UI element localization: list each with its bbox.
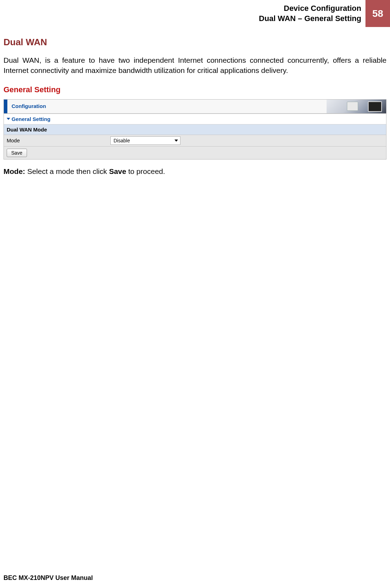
- panel-header-accent: [4, 100, 7, 113]
- mode-row: Mode Disable: [4, 135, 386, 147]
- footer-text: BEC MX-210NPV User Manual: [4, 574, 93, 582]
- page-header: Device Configuration Dual WAN – General …: [0, 0, 390, 27]
- panel-header-graphic: [327, 100, 386, 113]
- mode-desc-text2: to proceed.: [126, 167, 165, 175]
- header-title-block: Device Configuration Dual WAN – General …: [259, 0, 365, 27]
- subsection-title: General Setting: [4, 85, 386, 94]
- panel-body: General Setting Dual WAN Mode Mode Disab…: [4, 114, 386, 159]
- page-number-badge: 58: [365, 0, 390, 27]
- mode-label: Mode: [7, 137, 110, 143]
- mode-select-value: Disable: [114, 138, 130, 143]
- intro-paragraph: Dual WAN, is a feature to have two indep…: [4, 55, 386, 75]
- collapse-icon: [7, 118, 10, 120]
- panel-header-title: Configuration: [7, 100, 327, 113]
- panel-header: Configuration: [4, 100, 386, 114]
- save-button[interactable]: Save: [7, 149, 27, 157]
- general-setting-label: General Setting: [12, 116, 50, 122]
- page-content: Dual WAN Dual WAN, is a feature to have …: [0, 27, 390, 176]
- mode-desc-bold1: Mode:: [4, 167, 25, 175]
- save-row: Save: [4, 147, 386, 159]
- mode-desc-text1: Select a mode then click: [25, 167, 109, 175]
- general-setting-header[interactable]: General Setting: [4, 114, 386, 124]
- section-title: Dual WAN: [4, 37, 386, 48]
- mode-description: Mode: Select a mode then click Save to p…: [4, 167, 386, 176]
- mode-desc-bold2: Save: [109, 167, 126, 175]
- mode-select[interactable]: Disable: [110, 136, 180, 145]
- chevron-down-icon: [175, 140, 178, 142]
- header-title-line1: Device Configuration: [259, 4, 361, 14]
- dual-wan-mode-row: Dual WAN Mode: [4, 124, 386, 135]
- configuration-panel: Configuration General Setting Dual WAN M…: [4, 99, 386, 160]
- header-title-line2: Dual WAN – General Setting: [259, 14, 361, 24]
